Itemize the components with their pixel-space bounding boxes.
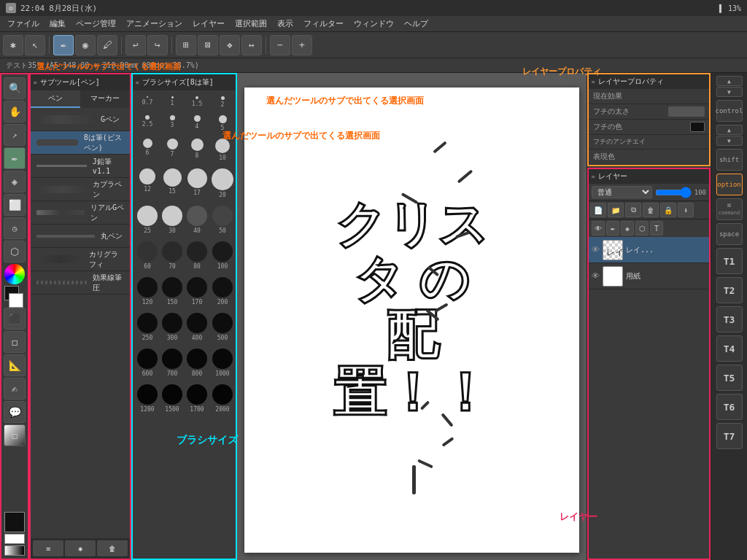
white-swatch[interactable] — [4, 534, 25, 544]
tool-balloon[interactable]: 💬 — [4, 401, 26, 423]
brush-size-17[interactable]: 17 — [185, 166, 209, 201]
brush-size-1[interactable]: 1 — [160, 93, 184, 111]
sub-tool-btn3[interactable]: 🗑 — [97, 540, 128, 556]
toolbar-crop[interactable]: ⊠ — [198, 35, 218, 55]
layer-btn-delete[interactable]: 🗑 — [643, 203, 659, 217]
brush-size-250[interactable]: 250 — [136, 310, 159, 344]
menu-animation[interactable]: アニメーション — [122, 17, 187, 31]
brush-size-3[interactable]: 3 — [160, 112, 184, 134]
layer-btn-merge[interactable]: ⬇ — [678, 203, 694, 217]
tool-hand[interactable]: ✋ — [4, 101, 26, 122]
tab-marker[interactable]: マーカー — [80, 90, 130, 108]
brush-size-300[interactable]: 300 — [160, 310, 184, 344]
brush-size-7[interactable]: 7 — [160, 136, 184, 164]
space-btn[interactable]: space — [716, 223, 743, 245]
brush-item-pencil[interactable]: J鉛筆v1.1 — [31, 155, 130, 178]
brush-size-1700[interactable]: 1700 — [185, 381, 209, 416]
layer-eye-1[interactable]: 👁 — [592, 271, 600, 281]
brush-size-200[interactable]: 200 — [210, 274, 235, 308]
brush-size-8[interactable]: 8 — [185, 136, 209, 164]
color-swatches[interactable] — [4, 286, 25, 306]
brush-size-4[interactable]: 4 — [185, 112, 209, 134]
brush-size-150[interactable]: 150 — [160, 274, 184, 308]
canvas-container[interactable]: クリスタ の 配置！！ — [244, 88, 579, 553]
nav-up-2[interactable]: ▲ — [716, 125, 743, 135]
tool-select-rect[interactable]: ⬜ — [4, 194, 26, 216]
nav-up[interactable]: ▲ — [716, 76, 743, 86]
brush-size-40[interactable]: 40 — [185, 203, 209, 237]
brush-size-6[interactable]: 6 — [136, 136, 159, 164]
color-wheel[interactable] — [4, 264, 25, 284]
tool-text[interactable]: ✍ — [4, 378, 26, 400]
brush-size-2.5[interactable]: 2.5 — [136, 112, 159, 134]
t7-btn[interactable]: T7 — [716, 423, 743, 449]
menu-page[interactable]: ページ管理 — [71, 17, 120, 31]
tool-pen[interactable]: ✒ — [4, 147, 26, 169]
tool-gradient[interactable]: ◻ — [4, 424, 26, 446]
gradient-swatch[interactable] — [4, 545, 25, 556]
t6-btn[interactable]: T6 — [716, 394, 743, 420]
tool-polygon[interactable]: ⬡ — [4, 241, 26, 262]
layer-btn-lock[interactable]: 🔒 — [660, 203, 676, 217]
brush-size-700[interactable]: 700 — [160, 346, 184, 380]
menu-file[interactable]: ファイル — [3, 17, 44, 31]
t5-btn[interactable]: T5 — [716, 365, 743, 391]
background-color[interactable] — [9, 293, 23, 308]
toolbar-flip[interactable]: ↔ — [241, 35, 262, 55]
brush-item-effect[interactable]: 効果線筆圧 — [31, 271, 130, 295]
toolbar-undo[interactable]: ↩ — [125, 35, 146, 55]
black-swatch[interactable] — [4, 512, 25, 532]
tool-lasso[interactable]: ◷ — [4, 217, 26, 239]
menu-view[interactable]: 表示 — [273, 17, 298, 31]
brush-size-600[interactable]: 600 — [136, 346, 159, 380]
layer-eye-0[interactable]: 👁 — [592, 245, 600, 254]
shift-btn[interactable]: shift — [716, 149, 743, 171]
brush-size-800[interactable]: 800 — [185, 346, 209, 380]
t4-btn[interactable]: T4 — [716, 335, 743, 362]
brush-size-100[interactable]: 100 — [210, 238, 235, 273]
brush-size-2000[interactable]: 2000 — [210, 381, 235, 416]
canvas-area[interactable]: 選んだツールのサブで出てくる選択画面 クリスタ の 配置！！ — [237, 73, 587, 560]
layer-filter-btn1[interactable]: 👁 — [592, 221, 605, 236]
layer-btn-new-folder[interactable]: 📁 — [608, 203, 624, 217]
toolbar-tool3[interactable]: 🖊 — [97, 35, 117, 55]
menu-help[interactable]: ヘルプ — [400, 17, 433, 31]
layer-filter-btn4[interactable]: ⬡ — [635, 221, 649, 236]
brush-size-400[interactable]: 400 — [185, 310, 209, 344]
tool-move[interactable]: ↗ — [4, 124, 26, 146]
brush-size-500[interactable]: 500 — [210, 310, 235, 344]
prop-border-color-value[interactable] — [690, 122, 705, 132]
prop-expression[interactable]: 表現色 — [589, 149, 709, 165]
tool-ruler[interactable]: 📐 — [4, 354, 26, 376]
tool-shape[interactable]: ◈ — [4, 171, 26, 192]
blend-mode-select[interactable]: 普通 — [592, 186, 652, 198]
prop-border-color[interactable]: フチの色 — [589, 120, 709, 135]
option-btn[interactable]: option — [716, 174, 743, 195]
toolbar-redo[interactable]: ↪ — [147, 35, 168, 55]
brush-item-kabura[interactable]: カブラペン — [31, 178, 130, 201]
layer-btn-copy[interactable]: ⧉ — [625, 203, 641, 217]
menu-selection[interactable]: 選択範囲 — [231, 17, 271, 31]
brush-size-1000[interactable]: 1000 — [210, 346, 235, 380]
t2-btn[interactable]: T2 — [716, 277, 743, 303]
brush-size-80[interactable]: 80 — [185, 238, 209, 273]
nav-down-2[interactable]: ▼ — [716, 136, 743, 146]
brush-size-25[interactable]: 25 — [136, 203, 159, 237]
menu-filter[interactable]: フィルター — [299, 17, 348, 31]
brush-size-5[interactable]: 5 — [210, 112, 235, 134]
toolbar-grid[interactable]: ❖ — [220, 35, 240, 55]
tool-zoom[interactable]: 🔍 — [4, 77, 26, 99]
menu-edit[interactable]: 編集 — [45, 17, 70, 31]
brush-size-15[interactable]: 15 — [160, 166, 184, 201]
brush-size-20[interactable]: 20 — [210, 166, 235, 201]
brush-size-50[interactable]: 50 — [210, 203, 235, 237]
tab-pen[interactable]: ペン — [31, 90, 80, 108]
brush-size-2[interactable]: 2 — [210, 93, 235, 111]
toolbar-circle[interactable]: ◉ — [75, 35, 96, 55]
brush-size-30[interactable]: 30 — [160, 203, 184, 237]
sub-tool-btn1[interactable]: ≡ — [33, 540, 63, 556]
control-btn[interactable]: control — [716, 100, 743, 122]
brush-item-real-gpen[interactable]: リアルGペン — [31, 201, 130, 225]
nav-down[interactable]: ▼ — [716, 87, 743, 97]
brush-size-0.7[interactable]: 0.7 — [136, 93, 159, 111]
